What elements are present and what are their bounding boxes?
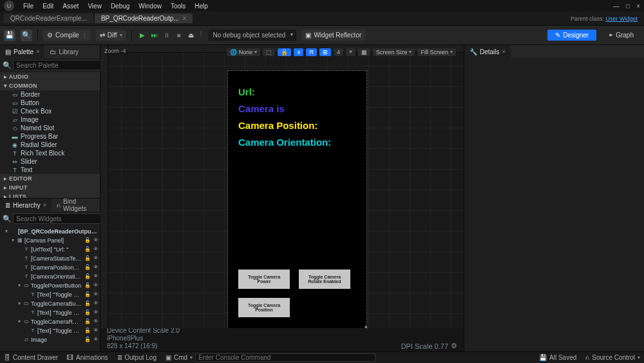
menu-view[interactable]: View — [88, 3, 102, 10]
compile-button[interactable]: ⚙ Compile ⋮ — [43, 30, 91, 41]
close-icon[interactable]: × — [502, 48, 506, 55]
hierarchy-row[interactable]: T[CameraPositionText] "Camera P..."🔓👁 — [0, 263, 100, 272]
palette-item[interactable]: ▬Progress Bar — [0, 132, 100, 141]
palette-item[interactable]: ◇Named Slot — [0, 124, 100, 132]
palette-item[interactable]: ◉Radial Slider — [0, 141, 100, 149]
lock-icon[interactable]: 🔓 — [84, 254, 91, 263]
menu-file[interactable]: File — [23, 3, 33, 10]
eye-icon[interactable]: 👁 — [93, 299, 99, 308]
hierarchy-row[interactable]: ▾[BP_QRCodeReaderOutputWidget] — [0, 227, 100, 236]
close-icon[interactable]: × — [183, 15, 187, 22]
palette-item[interactable]: TText — [0, 166, 100, 174]
play-skip-button[interactable]: ⏭ — [149, 30, 160, 41]
hierarchy-row[interactable]: T[Text] "Toggle Camera.."🔓👁 — [0, 290, 100, 299]
palette-item[interactable]: ▭Button — [0, 99, 100, 107]
eye-icon[interactable]: 👁 — [93, 236, 99, 245]
eye-icon[interactable]: 👁 — [93, 263, 99, 272]
menu-asset[interactable]: Asset — [62, 3, 79, 10]
hierarchy-row[interactable]: ▾▭ToggleCameraRotateButton🔓👁 — [0, 317, 100, 326]
save-button[interactable]: 💾 — [4, 30, 15, 41]
menu-edit[interactable]: Edit — [43, 3, 53, 10]
diff-button[interactable]: ⇄ Diff ▾ — [96, 30, 126, 41]
source-control-button[interactable]: ⎌ Source Control ▾ — [585, 354, 640, 361]
lock-icon[interactable]: 🔓 — [84, 281, 91, 290]
toggle-position-button[interactable]: Toggle Camera Position — [238, 298, 290, 317]
eye-icon[interactable]: 👁 — [93, 308, 99, 317]
outline-toggle[interactable]: ⬚ — [263, 48, 275, 56]
preview-canvas[interactable]: Url: Camera is Camera Position: Camera O… — [228, 71, 366, 328]
lock-icon[interactable]: 🔓 — [84, 326, 91, 335]
hierarchy-row[interactable]: T[Text] "Toggle Camera.."🔓👁 — [0, 326, 100, 335]
menu-debug[interactable]: Debug — [111, 3, 129, 10]
lock-icon[interactable]: 🔓 — [84, 335, 91, 344]
hierarchy-search-input[interactable] — [13, 213, 101, 224]
hierarchy-row[interactable]: ▾▦[Canvas Panel]🔓👁 — [0, 236, 100, 245]
palette-category[interactable]: ▸ LISTS — [0, 192, 100, 198]
pause-button[interactable]: ⏸ — [162, 30, 172, 41]
document-tab-bpqrcodereaderoutput[interactable]: BP_QRCodeReaderOutp... × — [95, 14, 193, 23]
details-tab[interactable]: 🔧 Details × — [464, 45, 511, 58]
palette-tab[interactable]: ▤ Palette × — [0, 45, 44, 58]
graph-mode-button[interactable]: ⚭ Graph — [601, 30, 640, 41]
content-drawer-button[interactable]: 🗄 Content Drawer — [4, 354, 58, 361]
fill-screen-dropdown[interactable]: Fill Screen ▾ — [417, 48, 456, 56]
eye-icon[interactable]: 👁 — [93, 335, 99, 344]
hierarchy-row[interactable]: T[CameraOrientationText] "Camer..."🔓👁 — [0, 272, 100, 281]
grid-snap-toggle[interactable]: ⊞ — [319, 48, 331, 56]
window-maximize-button[interactable]: □ — [626, 3, 630, 10]
palette-category[interactable]: ▸ EDITOR — [0, 174, 100, 183]
designer-mode-button[interactable]: ✎ Designer — [547, 30, 596, 41]
palette-category[interactable]: ▾ COMMON — [0, 81, 100, 90]
designer-viewport[interactable]: Url: Camera is Camera Position: Camera O… — [100, 45, 464, 328]
palette-item[interactable]: ☑Check Box — [0, 107, 100, 115]
lock-icon[interactable]: 🔓 — [84, 290, 91, 299]
eye-icon[interactable]: 👁 — [93, 272, 99, 281]
stop-button[interactable]: ■ — [174, 30, 184, 41]
palette-search-input[interactable] — [13, 60, 101, 70]
hierarchy-row[interactable]: ▾▭ToggleCameraButton🔓👁 — [0, 299, 100, 308]
animations-button[interactable]: 🎞 Animations — [67, 354, 108, 361]
tree-toggle-icon[interactable]: ▾ — [17, 281, 22, 290]
respect-locks-toggle[interactable]: R — [306, 48, 317, 56]
window-close-button[interactable]: × — [636, 3, 640, 10]
hierarchy-row[interactable]: T[UrlText] "Url: "🔓👁 — [0, 245, 100, 254]
chevron-down-icon[interactable]: ▾ — [190, 355, 193, 360]
menu-window[interactable]: Window — [138, 3, 162, 10]
eye-icon[interactable]: 👁 — [93, 290, 99, 299]
grid-snap-value[interactable]: 4 — [334, 48, 343, 56]
lock-icon[interactable]: 🔓 — [84, 299, 91, 308]
hierarchy-row[interactable]: ▱Image🔓👁 — [0, 335, 100, 344]
hierarchy-row[interactable]: T[Text] "Toggle Camera.."🔓👁 — [0, 308, 100, 317]
layout-lock-toggle[interactable]: 🔓 — [278, 48, 291, 56]
screen-size-dropdown[interactable]: Screen Size ▾ — [373, 48, 415, 56]
widget-reflector-button[interactable]: ▣ Widget Reflector — [301, 30, 365, 41]
document-tab-qrcodereaderexample[interactable]: QRCodeReaderExample... — [4, 14, 93, 23]
console-command-input[interactable] — [195, 353, 375, 362]
menu-tools[interactable]: Tools — [171, 3, 185, 10]
resize-handle-icon[interactable]: ⤡ — [364, 324, 370, 328]
localization-toggle[interactable]: ⌖ — [346, 48, 355, 56]
eye-icon[interactable]: 👁 — [93, 254, 99, 263]
tree-toggle-icon[interactable]: ▾ — [17, 299, 22, 308]
lock-icon[interactable]: 🔓 — [84, 263, 91, 272]
toggle-rotate-button[interactable]: Toggle Camera Rotate Enabled — [299, 270, 350, 289]
lock-icon[interactable]: 🔓 — [84, 308, 91, 317]
parent-class-link[interactable]: User Widget — [605, 15, 638, 22]
palette-item[interactable]: ⇔Slider — [0, 157, 100, 166]
hierarchy-row[interactable]: T[CameraStatusText] "Camera is "🔓👁 — [0, 254, 100, 263]
menu-help[interactable]: Help — [194, 3, 208, 10]
eye-icon[interactable]: 👁 — [93, 245, 99, 254]
camera-position-text[interactable]: Camera Position: — [238, 117, 356, 134]
close-icon[interactable]: × — [36, 48, 39, 55]
hierarchy-tab[interactable]: ≣ Hierarchy × — [0, 199, 52, 211]
hierarchy-list[interactable]: ▾[BP_QRCodeReaderOutputWidget]▾▦[Canvas … — [0, 226, 100, 351]
grid-lines-toggle[interactable]: ≡ — [294, 48, 303, 56]
palette-item[interactable]: ▭Border — [0, 90, 100, 99]
browse-button[interactable]: 🔍 — [21, 30, 32, 41]
hierarchy-row[interactable]: ▾▭TogglePowerButton🔓👁 — [0, 281, 100, 290]
bind-widgets-tab[interactable]: ⎌ Bind Widgets — [52, 199, 100, 211]
eye-icon[interactable]: 👁 — [93, 317, 99, 326]
output-log-button[interactable]: ≣ Output Log — [117, 354, 156, 361]
gear-icon[interactable]: ⚙ — [451, 342, 457, 350]
eject-button[interactable]: ⏏ — [186, 30, 196, 41]
